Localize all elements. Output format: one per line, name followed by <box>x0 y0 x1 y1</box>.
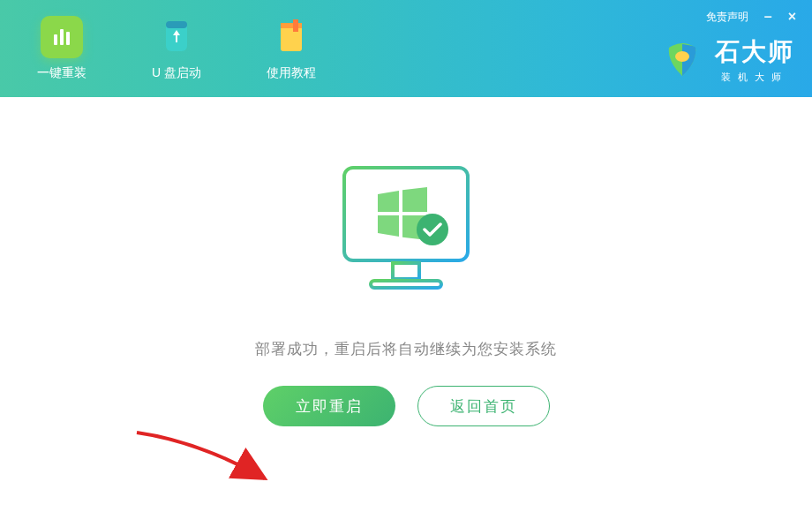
disclaimer-link[interactable]: 免责声明 <box>706 10 748 25</box>
svg-rect-2 <box>66 32 70 45</box>
svg-rect-4 <box>166 21 187 28</box>
home-button[interactable]: 返回首页 <box>417 386 550 426</box>
svg-rect-0 <box>54 34 57 45</box>
close-icon[interactable]: × <box>788 9 796 25</box>
tab-label: 一键重装 <box>37 65 86 81</box>
brand-logo-icon <box>660 37 704 81</box>
pointer-arrow-icon <box>128 424 287 512</box>
svg-point-8 <box>675 51 689 62</box>
svg-rect-9 <box>344 168 468 260</box>
minimize-icon[interactable]: – <box>764 9 772 25</box>
tab-usb-boot[interactable]: U 盘启动 <box>141 9 212 88</box>
svg-rect-10 <box>393 263 419 279</box>
main-content: 部署成功，重启后将自动继续为您安装系统 立即重启 返回首页 <box>0 97 812 426</box>
tab-reinstall[interactable]: 一键重装 <box>26 9 97 88</box>
svg-rect-6 <box>281 23 302 28</box>
restart-button[interactable]: 立即重启 <box>263 386 395 426</box>
reinstall-icon <box>41 16 83 58</box>
svg-rect-1 <box>60 29 64 45</box>
tab-tutorial[interactable]: 使用教程 <box>256 9 327 88</box>
tutorial-icon <box>270 16 312 58</box>
nav-tabs: 一键重装 U 盘启动 使用教程 <box>26 9 327 88</box>
svg-point-12 <box>417 214 448 245</box>
window-controls: 免责声明 – × <box>706 9 796 25</box>
success-illustration <box>327 159 485 304</box>
tab-label: 使用教程 <box>267 65 316 81</box>
brand-subtitle: 装机大师 <box>721 71 788 84</box>
usb-icon <box>155 16 198 58</box>
svg-rect-11 <box>371 281 441 288</box>
action-buttons: 立即重启 返回首页 <box>263 386 550 426</box>
status-message: 部署成功，重启后将自动继续为您安装系统 <box>255 339 557 359</box>
brand-name: 石大师 <box>715 35 794 69</box>
app-header: 一键重装 U 盘启动 使用教程 <box>0 0 812 97</box>
tab-label: U 盘启动 <box>152 65 201 81</box>
